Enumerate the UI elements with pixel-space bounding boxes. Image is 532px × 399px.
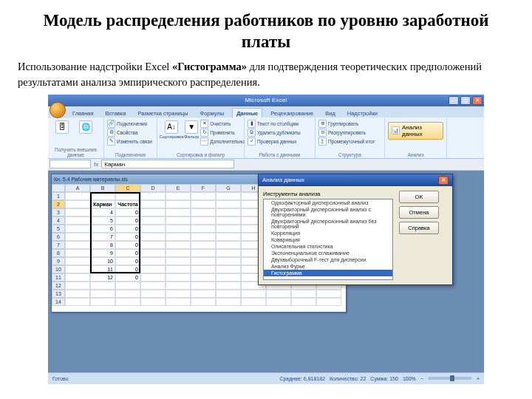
tab-insert[interactable]: Вставка [102,109,130,117]
cell-F13[interactable] [191,290,216,298]
cell-B14[interactable] [90,298,115,306]
cell-F4[interactable] [191,216,216,225]
tab-view[interactable]: Вид [321,109,339,117]
advanced-filter[interactable]: ⋯Дополнительно [200,137,245,146]
cell-E8[interactable] [166,249,191,257]
cell-A13[interactable] [65,290,90,298]
dialog-ok-button[interactable]: OK [399,191,439,203]
cell-H14[interactable] [241,298,266,306]
row-9[interactable]: 9 [52,257,65,265]
cell-F1[interactable] [191,192,216,200]
cell-A9[interactable] [65,257,90,265]
cell-G5[interactable] [216,225,241,233]
col-A[interactable]: A [65,184,90,192]
tab-review[interactable]: Рецензирование [267,109,317,117]
cell-A7[interactable] [65,241,90,249]
row-2[interactable]: 2 [52,200,65,208]
col-G[interactable]: G [216,184,241,192]
cell-E7[interactable] [166,241,191,249]
cell-A4[interactable] [65,216,90,225]
zoom-in[interactable]: + [477,376,480,381]
cell-B1[interactable] [90,192,115,200]
cell-G8[interactable] [216,249,241,257]
cell-C10[interactable]: 0 [115,265,140,273]
row-6[interactable]: 6 [52,233,65,241]
cell-I13[interactable] [266,290,291,298]
row-11[interactable]: 11 [52,273,65,282]
text-to-cols[interactable]: ▮Текст по столбцам [248,120,312,128]
cell-C1[interactable] [115,192,140,200]
cell-A12[interactable] [65,282,90,290]
data-analysis-button[interactable]: 📊 Анализ данных [388,122,443,140]
remove-dup[interactable]: ⧉Удалить дубликаты [248,129,312,137]
properties-row[interactable]: ⚙Свойства [107,129,154,137]
col-C[interactable]: C [115,184,140,192]
cell-J14[interactable] [291,298,316,306]
close-button[interactable]: ✕ [472,96,482,105]
cell-F12[interactable] [191,282,216,290]
ungroup-rows[interactable]: ⊖Разгруппировать [318,129,381,137]
cell-G4[interactable] [216,216,241,225]
analysis-tool-item[interactable]: Корреляция [264,230,392,236]
cell-C2[interactable]: Частота [115,200,140,208]
cell-B13[interactable] [90,290,115,298]
cell-D4[interactable] [140,216,166,225]
cell-F6[interactable] [191,233,216,241]
cell-E14[interactable] [166,298,191,306]
analysis-tool-item[interactable]: Двухфакторный дисперсионный анализ без п… [264,218,392,230]
cell-E4[interactable] [166,216,191,225]
name-box[interactable] [50,160,91,168]
cell-H13[interactable] [241,290,266,298]
cell-C7[interactable]: 0 [115,241,140,249]
cell-D11[interactable] [140,273,166,282]
cell-G13[interactable] [216,290,241,298]
cell-D8[interactable] [140,249,166,257]
reapply-filter[interactable]: ↻Применить [200,129,245,137]
cell-D7[interactable] [140,241,166,249]
tab-layout[interactable]: Разметка страницы [134,109,191,117]
clear-filter[interactable]: ✕Очистить [200,120,245,128]
cell-F11[interactable] [191,273,216,282]
dialog-help-button[interactable]: Справка [399,222,439,234]
cell-A5[interactable] [65,225,90,233]
cell-B5[interactable]: 6 [90,225,115,233]
cell-E5[interactable] [166,225,191,233]
cell-F7[interactable] [191,241,216,249]
analysis-tool-item[interactable]: Анализ Фурье [264,263,392,270]
cell-G2[interactable] [216,200,241,208]
minimize-button[interactable]: — [449,96,459,105]
cell-E11[interactable] [166,273,191,282]
cell-A14[interactable] [65,298,90,306]
analysis-tool-item[interactable]: Двухвыборочный F-тест для дисперсии [264,256,392,263]
analysis-tools-list[interactable]: Однофакторный дисперсионный анализДвухфа… [263,199,393,280]
row-7[interactable]: 7 [52,241,65,249]
cell-C8[interactable]: 0 [115,249,140,257]
tab-home[interactable]: Главная [69,109,98,117]
cell-F14[interactable] [191,298,216,306]
cell-F5[interactable] [191,225,216,233]
zoom-slider[interactable] [428,377,472,380]
cell-K13[interactable] [316,290,341,298]
cell-F10[interactable] [191,265,216,273]
cell-E1[interactable] [166,192,191,200]
cell-C5[interactable]: 0 [115,225,140,233]
cell-C3[interactable]: 0 [115,208,140,216]
dialog-close-button[interactable]: ✕ [438,176,449,185]
cell-C14[interactable] [115,298,140,306]
col-F[interactable]: F [191,184,216,192]
cell-B9[interactable]: 10 [90,257,115,265]
cell-E6[interactable] [166,233,191,241]
col-B[interactable]: B [90,184,115,192]
row-8[interactable]: 8 [52,249,65,257]
cell-B12[interactable] [90,282,115,290]
cell-D9[interactable] [140,257,166,265]
cell-F2[interactable] [191,200,216,208]
row-4[interactable]: 4 [52,216,65,225]
cell-E13[interactable] [166,290,191,298]
cell-A8[interactable] [65,249,90,257]
cell-G3[interactable] [216,208,241,216]
cell-F8[interactable] [191,249,216,257]
analysis-tool-item[interactable]: Двухфакторный дисперсионный анализ с пов… [264,206,392,218]
analysis-tool-item[interactable]: Описательная статистика [264,243,392,250]
cell-G1[interactable] [216,192,241,200]
